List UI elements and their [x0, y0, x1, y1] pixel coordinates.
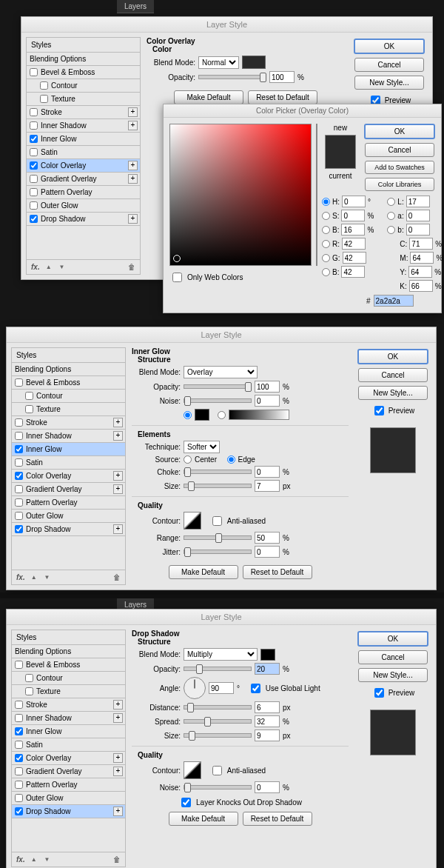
style-checkbox[interactable]: [30, 148, 38, 156]
g-input[interactable]: [343, 252, 366, 264]
style-checkbox[interactable]: [30, 68, 38, 76]
style-checkbox[interactable]: [25, 674, 33, 682]
style-checkbox[interactable]: [15, 512, 23, 520]
h-input[interactable]: [342, 196, 366, 207]
style-item-inner-glow[interactable]: Inner Glow: [11, 443, 126, 456]
choke-slider[interactable]: [184, 470, 252, 474]
noise-input[interactable]: [255, 395, 280, 407]
picker-ok-button[interactable]: OK: [364, 124, 435, 139]
blending-options[interactable]: Blending Options: [26, 53, 141, 66]
distance-slider[interactable]: [184, 705, 252, 710]
style-checkbox[interactable]: [25, 687, 33, 695]
style-item-color-overlay[interactable]: Color Overlay+: [11, 470, 126, 483]
style-checkbox[interactable]: [30, 135, 38, 143]
bl-input[interactable]: [406, 224, 430, 236]
style-checkbox[interactable]: [25, 405, 33, 413]
style-item-drop-shadow[interactable]: Drop Shadow+: [11, 523, 126, 536]
style-checkbox[interactable]: [30, 108, 38, 116]
preview-checkbox[interactable]: [374, 406, 384, 415]
styles-header[interactable]: Styles: [26, 37, 141, 53]
a-radio[interactable]: [387, 212, 395, 220]
cancel-button[interactable]: Cancel: [358, 368, 428, 382]
style-checkbox[interactable]: [15, 714, 23, 722]
trash-icon[interactable]: 🗑: [113, 855, 121, 864]
web-colors-checkbox[interactable]: [172, 273, 182, 282]
style-checkbox[interactable]: [30, 121, 38, 130]
style-item-pattern-overlay[interactable]: Pattern Overlay: [26, 186, 141, 199]
style-item-inner-shadow[interactable]: Inner Shadow+: [26, 119, 141, 133]
spread-slider[interactable]: [184, 719, 252, 724]
style-item-satin[interactable]: Satin: [11, 738, 126, 752]
gradient-swatch[interactable]: [229, 410, 289, 420]
opacity-input[interactable]: [255, 381, 280, 393]
bl-radio[interactable]: [387, 226, 395, 234]
add-effect-icon[interactable]: +: [113, 418, 123, 427]
source-center-radio[interactable]: [184, 455, 192, 464]
style-item-outer-glow[interactable]: Outer Glow: [11, 510, 126, 523]
size-input[interactable]: [255, 730, 280, 741]
hue-slider[interactable]: [316, 124, 317, 266]
style-item-gradient-overlay[interactable]: Gradient Overlay+: [11, 765, 126, 778]
aa-checkbox[interactable]: [212, 516, 222, 526]
add-effect-icon[interactable]: +: [128, 161, 138, 170]
h-radio[interactable]: [322, 198, 330, 206]
down-arrow-icon[interactable]: ▼: [44, 574, 50, 581]
jitter-slider[interactable]: [184, 550, 252, 554]
make-default-button[interactable]: Make Default: [174, 90, 243, 104]
r-radio[interactable]: [322, 240, 330, 248]
technique-select[interactable]: Softer: [184, 441, 220, 453]
r-input[interactable]: [342, 238, 366, 250]
knocks-out-checkbox[interactable]: [181, 798, 191, 807]
style-checkbox[interactable]: [30, 201, 38, 210]
style-item-inner-glow[interactable]: Inner Glow: [26, 133, 141, 146]
style-item-texture[interactable]: Texture: [26, 93, 141, 106]
styles-header[interactable]: Styles: [11, 630, 126, 645]
ok-button[interactable]: OK: [354, 39, 425, 54]
contour-swatch[interactable]: [184, 761, 201, 779]
up-arrow-icon[interactable]: ▲: [46, 264, 52, 270]
style-item-outer-glow[interactable]: Outer Glow: [26, 199, 141, 213]
add-swatches-button[interactable]: Add to Swatches: [365, 161, 434, 174]
add-effect-icon[interactable]: +: [113, 713, 123, 723]
k-input[interactable]: [409, 280, 433, 292]
style-checkbox[interactable]: [15, 472, 23, 480]
style-checkbox[interactable]: [30, 215, 38, 223]
style-item-contour[interactable]: Contour: [11, 390, 126, 403]
picker-cancel-button[interactable]: Cancel: [365, 143, 434, 157]
global-light-checkbox[interactable]: [251, 684, 260, 693]
noise-slider[interactable]: [184, 785, 252, 789]
add-effect-icon[interactable]: +: [113, 807, 123, 816]
aa-checkbox[interactable]: [212, 766, 222, 775]
distance-input[interactable]: [255, 701, 280, 713]
bh-input[interactable]: [341, 224, 365, 236]
add-effect-icon[interactable]: +: [128, 121, 138, 130]
size-slider[interactable]: [184, 484, 252, 488]
fx-icon[interactable]: fx.: [16, 573, 25, 581]
size-input[interactable]: [255, 480, 280, 492]
add-effect-icon[interactable]: +: [128, 107, 138, 117]
style-checkbox[interactable]: [15, 378, 23, 387]
bb-radio[interactable]: [322, 268, 330, 276]
new-current-swatch[interactable]: [325, 135, 356, 169]
style-checkbox[interactable]: [15, 498, 23, 507]
s-radio[interactable]: [322, 212, 330, 220]
fx-icon[interactable]: fx.: [31, 263, 40, 271]
style-item-pattern-overlay[interactable]: Pattern Overlay: [11, 496, 126, 510]
style-checkbox[interactable]: [15, 754, 23, 762]
angle-input[interactable]: [209, 682, 234, 694]
ok-button[interactable]: OK: [357, 631, 428, 647]
add-effect-icon[interactable]: +: [128, 174, 138, 184]
opacity-slider[interactable]: [184, 384, 252, 389]
style-checkbox[interactable]: [40, 81, 48, 90]
down-arrow-icon[interactable]: ▼: [44, 856, 50, 863]
l-input[interactable]: [406, 196, 430, 207]
jitter-input[interactable]: [255, 546, 280, 558]
reset-default-button[interactable]: Reset to Default: [243, 812, 312, 826]
size-slider[interactable]: [184, 733, 252, 738]
add-effect-icon[interactable]: +: [113, 471, 123, 481]
style-checkbox[interactable]: [15, 807, 23, 815]
bb-input[interactable]: [341, 266, 365, 278]
add-effect-icon[interactable]: +: [113, 700, 123, 710]
style-item-inner-glow[interactable]: Inner Glow: [11, 725, 126, 738]
c-input[interactable]: [409, 238, 433, 250]
